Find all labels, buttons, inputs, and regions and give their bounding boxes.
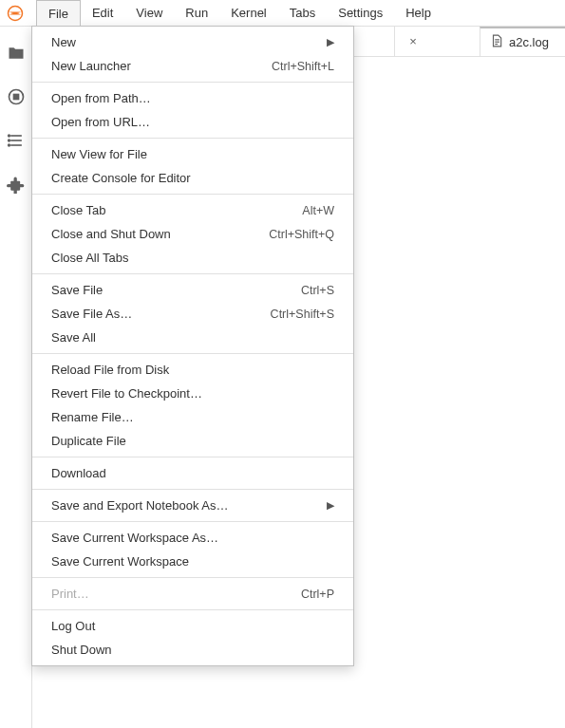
file-menu-dropdown: New▶New LauncherCtrl+Shift+LOpen from Pa… (31, 26, 354, 666)
extensions-icon[interactable] (7, 175, 26, 194)
menu-item-close-and-shut-down[interactable]: Close and Shut DownCtrl+Shift+Q (32, 222, 353, 246)
menu-item-shut-down[interactable]: Shut Down (32, 638, 353, 662)
menu-help[interactable]: Help (394, 0, 443, 26)
menu-item-open-from-path[interactable]: Open from Path… (32, 86, 353, 110)
menubar: FileEditViewRunKernelTabsSettingsHelp (0, 0, 565, 27)
menu-item-close-tab[interactable]: Close TabAlt+W (32, 198, 353, 222)
menu-item-reload-file-from-disk[interactable]: Reload File from Disk (32, 358, 353, 382)
tab-label: a2c.log (509, 35, 549, 49)
folder-icon[interactable] (7, 44, 26, 63)
tab-active[interactable]: a2c.log (480, 27, 565, 56)
menu-run[interactable]: Run (174, 0, 219, 26)
menu-item-new-launcher[interactable]: New LauncherCtrl+Shift+L (32, 54, 353, 78)
menu-settings[interactable]: Settings (327, 0, 394, 26)
menu-item-rename-file[interactable]: Rename File… (32, 405, 353, 429)
svg-point-7 (8, 140, 9, 141)
menu-item-create-console-for-editor[interactable]: Create Console for Editor (32, 166, 353, 190)
menu-item-close-all-tabs[interactable]: Close All Tabs (32, 246, 353, 270)
menu-item-save-file[interactable]: Save FileCtrl+S (32, 278, 353, 302)
shortcut-label: Ctrl+Shift+Q (269, 228, 334, 241)
menu-view[interactable]: View (124, 0, 174, 26)
menu-item-open-from-url[interactable]: Open from URL… (32, 110, 353, 134)
close-icon[interactable]: × (405, 33, 422, 50)
menu-item-new-view-for-file[interactable]: New View for File (32, 142, 353, 166)
menu-item-download[interactable]: Download (32, 461, 353, 485)
jupyter-logo-icon (6, 4, 25, 23)
menu-kernel[interactable]: Kernel (219, 0, 278, 26)
svg-rect-2 (13, 95, 18, 100)
shortcut-label: Ctrl+S (301, 284, 334, 297)
menu-item-log-out[interactable]: Log Out (32, 614, 353, 638)
menu-file[interactable]: File (36, 0, 81, 26)
menu-item-print: Print…Ctrl+P (32, 582, 353, 606)
shortcut-label: Ctrl+Shift+S (271, 308, 334, 321)
shortcut-label: Ctrl+Shift+L (272, 60, 334, 73)
menu-item-save-all[interactable]: Save All (32, 326, 353, 349)
menu-edit[interactable]: Edit (81, 0, 124, 26)
menu-item-save-current-workspace-as[interactable]: Save Current Workspace As… (32, 526, 353, 550)
menu-item-save-and-export-notebook-as[interactable]: Save and Export Notebook As…▶ (32, 494, 353, 517)
menu-item-duplicate-file[interactable]: Duplicate File (32, 429, 353, 453)
svg-point-6 (8, 135, 9, 137)
running-icon[interactable] (7, 87, 26, 106)
chevron-right-icon: ▶ (327, 499, 334, 512)
menu-item-save-file-as[interactable]: Save File As…Ctrl+Shift+S (32, 302, 353, 326)
menu-item-save-current-workspace[interactable]: Save Current Workspace (32, 550, 353, 573)
text-file-icon (490, 34, 503, 50)
menu-tabs[interactable]: Tabs (278, 0, 327, 26)
toc-icon[interactable] (7, 131, 26, 150)
activity-bar (0, 27, 32, 728)
menu-item-new[interactable]: New▶ (32, 30, 353, 54)
tab-inactive[interactable]: × (394, 27, 480, 56)
chevron-right-icon: ▶ (327, 36, 334, 48)
menu-item-revert-file-to-checkpoint[interactable]: Revert File to Checkpoint… (32, 382, 353, 405)
shortcut-label: Ctrl+P (301, 588, 334, 601)
shortcut-label: Alt+W (302, 204, 334, 217)
svg-point-8 (8, 144, 9, 146)
